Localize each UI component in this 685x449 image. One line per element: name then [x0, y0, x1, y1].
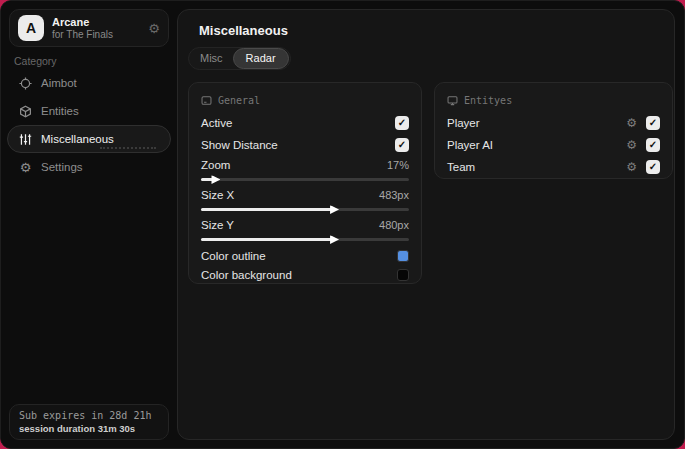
player-ai-gear-icon[interactable]: ⚙: [626, 138, 637, 152]
sliders-icon: [18, 132, 33, 147]
sidebar-item-miscellaneous[interactable]: Miscellaneous: [7, 125, 171, 153]
crosshair-icon: [18, 76, 33, 91]
slider-value: 483px: [379, 189, 409, 201]
slider-thumb[interactable]: [330, 205, 339, 214]
terminal-icon: [201, 95, 212, 106]
player-gear-icon[interactable]: ⚙: [626, 116, 637, 130]
sidebar-item-aimbot[interactable]: Aimbot: [7, 69, 171, 97]
sidebar-item-label: Miscellaneous: [41, 133, 114, 145]
entities-card: Entityes Player ⚙ ✓ Player AI ⚙ ✓ Team: [434, 82, 673, 179]
slider-group-zoom: Zoom 17%: [201, 156, 409, 181]
show-distance-checkbox[interactable]: ✓: [395, 138, 409, 152]
app-subtitle: for The Finals: [52, 29, 113, 41]
sidebar-nav: Aimbot Entities Miscellaneous: [7, 69, 171, 181]
sidebar: A Arcane for The Finals ⚙ Category Aimbo…: [1, 1, 177, 448]
avatar: A: [18, 15, 44, 41]
color-row-outline: Color outline: [201, 246, 409, 265]
color-label: Color background: [201, 269, 292, 281]
sidebar-item-label: Settings: [41, 161, 83, 173]
app-name: Arcane: [52, 16, 113, 29]
sidebar-item-entities[interactable]: Entities: [7, 97, 171, 125]
sidebar-item-label: Entities: [41, 105, 79, 117]
page-title: Miscellaneous: [199, 23, 288, 38]
entity-row-player-ai: Player AI ⚙ ✓: [447, 134, 660, 156]
outline-color-swatch[interactable]: [397, 250, 409, 262]
entities-card-title: Entityes: [464, 95, 512, 106]
toggle-label: Show Distance: [201, 139, 278, 151]
gear-icon: ⚙: [18, 160, 33, 175]
session-duration-text: session duration 31m 30s: [19, 423, 159, 434]
tab-misc[interactable]: Misc: [190, 49, 233, 68]
toggle-label: Active: [201, 117, 232, 129]
team-checkbox[interactable]: ✓: [646, 160, 660, 174]
slider-thumb[interactable]: [211, 175, 220, 184]
toggle-row-show-distance: Show Distance ✓: [201, 134, 409, 156]
zoom-slider[interactable]: [201, 178, 409, 181]
player-checkbox[interactable]: ✓: [646, 116, 660, 130]
main-panel: Miscellaneous Misc Radar General Active …: [177, 9, 675, 440]
tab-bar: Misc Radar: [188, 47, 291, 70]
size-x-slider[interactable]: [201, 208, 409, 211]
toggle-row-active: Active ✓: [201, 112, 409, 134]
entity-label: Player AI: [447, 139, 493, 151]
app-window: A Arcane for The Finals ⚙ Category Aimbo…: [0, 0, 685, 449]
sidebar-item-label: Aimbot: [41, 77, 77, 89]
player-ai-checkbox[interactable]: ✓: [646, 138, 660, 152]
entity-row-team: Team ⚙ ✓: [447, 156, 660, 178]
category-label: Category: [14, 55, 57, 67]
sub-expires-text: Sub expires in 28d 21h: [19, 410, 159, 421]
slider-thumb[interactable]: [330, 235, 339, 244]
size-y-slider[interactable]: [201, 238, 409, 241]
general-card-title: General: [218, 95, 260, 106]
monitor-icon: [447, 95, 458, 106]
slider-group-size-x: Size X 483px: [201, 186, 409, 211]
team-gear-icon[interactable]: ⚙: [626, 160, 637, 174]
profile-card: A Arcane for The Finals ⚙: [9, 9, 169, 47]
background-color-swatch[interactable]: [397, 269, 409, 281]
slider-label: Size Y: [201, 219, 234, 231]
general-card: General Active ✓ Show Distance ✓ Zoom 17…: [188, 82, 422, 284]
entity-label: Team: [447, 161, 475, 173]
slider-group-size-y: Size Y 480px: [201, 216, 409, 241]
active-checkbox[interactable]: ✓: [395, 116, 409, 130]
entity-row-player: Player ⚙ ✓: [447, 112, 660, 134]
profile-gear-icon[interactable]: ⚙: [148, 21, 160, 36]
slider-value: 17%: [387, 159, 409, 171]
selection-dots-decoration: [100, 147, 156, 149]
tab-radar[interactable]: Radar: [233, 48, 289, 69]
subscription-footer: Sub expires in 28d 21h session duration …: [9, 404, 169, 440]
slider-label: Zoom: [201, 159, 230, 171]
slider-label: Size X: [201, 189, 234, 201]
cube-icon: [18, 104, 33, 119]
slider-value: 480px: [379, 219, 409, 231]
color-label: Color outline: [201, 250, 266, 262]
entity-label: Player: [447, 117, 480, 129]
sidebar-item-settings[interactable]: ⚙ Settings: [7, 153, 171, 181]
color-row-background: Color background: [201, 265, 409, 284]
